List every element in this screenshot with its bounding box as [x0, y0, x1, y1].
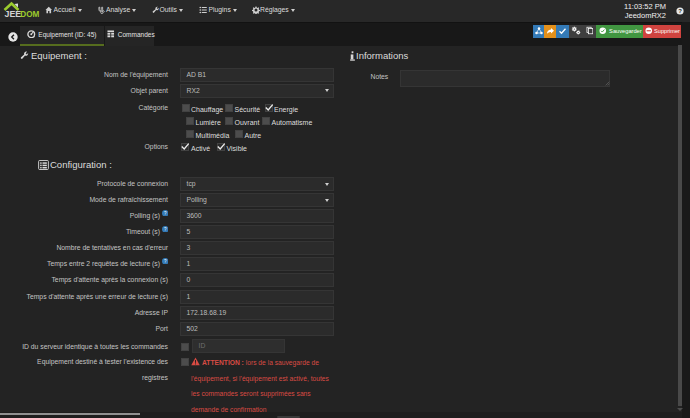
svg-text:DOM: DOM — [20, 10, 39, 19]
svg-text:?: ? — [678, 8, 682, 14]
svg-text:JEE: JEE — [5, 9, 22, 19]
